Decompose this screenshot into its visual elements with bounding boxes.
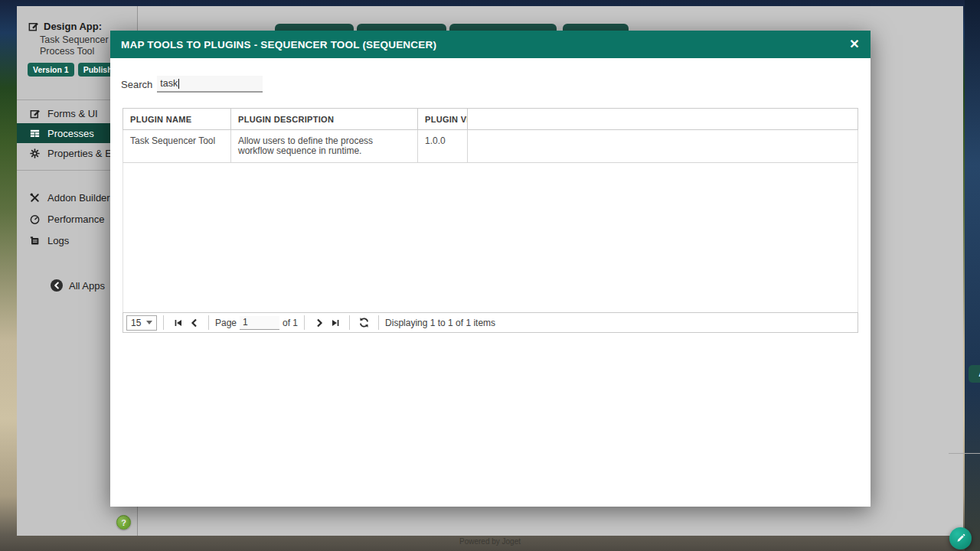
help-icon: ? — [121, 518, 126, 527]
column-header-plugin-name[interactable]: PLUGIN NAME — [123, 109, 231, 129]
last-page-button[interactable] — [328, 316, 341, 329]
separator — [163, 315, 164, 330]
column-header-plugin-version[interactable]: PLUGIN VERSION — [418, 109, 468, 129]
column-header-empty — [468, 109, 858, 129]
help-button[interactable]: ? — [116, 515, 131, 530]
content-divider — [949, 453, 980, 454]
cell-empty — [468, 130, 858, 162]
sidebar-item-label: Logs — [47, 235, 69, 246]
search-value: task — [160, 78, 178, 89]
design-app-label: Design App: — [44, 21, 102, 32]
previous-page-button[interactable] — [188, 316, 201, 329]
first-page-button[interactable] — [172, 316, 185, 329]
dialog-title: MAP TOOLS TO PLUGINS - SEQUENCER TOOL (S… — [110, 39, 436, 51]
search-input[interactable]: task — [157, 76, 263, 93]
cell-plugin-name: Task Sequencer Tool — [123, 130, 231, 162]
table-row[interactable]: Task Sequencer Tool Allow users to defin… — [122, 130, 858, 163]
page-size-select[interactable]: 15 — [126, 315, 157, 331]
gauge-icon — [29, 214, 41, 225]
text-caret — [178, 79, 179, 89]
previous-page-icon — [190, 318, 199, 328]
chevron-down-icon — [146, 321, 152, 324]
app-name: Task Sequencer Process Tool — [40, 34, 112, 57]
pagination-summary: Displaying 1 to 1 of 1 items — [385, 318, 495, 328]
first-page-icon — [174, 318, 183, 328]
table-header-row: PLUGIN NAME PLUGIN DESCRIPTION PLUGIN VE… — [122, 108, 858, 130]
arrow-left-circle-icon — [50, 279, 64, 292]
refresh-icon — [358, 317, 370, 328]
all-apps-label: All Apps — [69, 280, 105, 292]
page-of-label: of 1 — [283, 318, 298, 328]
separator — [349, 315, 350, 330]
refresh-button[interactable] — [358, 316, 371, 329]
cell-plugin-description: Allow users to define the process workfl… — [231, 130, 418, 162]
version-badge: Version 1 — [28, 63, 74, 77]
next-page-button[interactable] — [312, 316, 325, 329]
next-page-icon — [315, 318, 324, 328]
design-app-title: Design App: — [28, 21, 102, 32]
grid-icon — [29, 128, 41, 139]
dialog-close-button[interactable]: ✕ — [844, 34, 864, 54]
pagination-bar: 15 Page 1 of 1 — [122, 312, 858, 333]
separator — [208, 315, 209, 330]
page-number-input[interactable]: 1 — [240, 316, 279, 330]
table-empty-area — [122, 163, 858, 312]
sidebar-item-label: Processes — [47, 128, 94, 139]
edit-icon — [29, 108, 41, 119]
dialog-header: MAP TOOLS TO PLUGINS - SEQUENCER TOOL (S… — [110, 31, 871, 58]
sidebar-item-label: Forms & UI — [47, 108, 98, 119]
last-page-icon — [331, 318, 340, 328]
search-label: Search — [121, 79, 152, 90]
separator — [304, 315, 305, 330]
add-edit-plugin-button[interactable]: Add/Edit Plugin — [969, 365, 980, 383]
page-number-value: 1 — [243, 317, 248, 328]
column-header-plugin-description[interactable]: PLUGIN DESCRIPTION — [231, 109, 418, 129]
page-size-value: 15 — [131, 318, 146, 328]
logs-icon — [29, 235, 41, 246]
sidebar-item-label: Performance — [47, 214, 104, 225]
gear-icon — [29, 148, 41, 159]
cell-plugin-version: 1.0.0 — [418, 130, 468, 162]
plugin-table: PLUGIN NAME PLUGIN DESCRIPTION PLUGIN VE… — [122, 108, 858, 333]
search-row: Search task — [121, 76, 263, 93]
map-tools-dialog: MAP TOOLS TO PLUGINS - SEQUENCER TOOL (S… — [110, 31, 871, 507]
close-icon: ✕ — [849, 37, 859, 51]
separator — [378, 315, 379, 330]
desktop-background: Design App: Task Sequencer Process Tool … — [0, 0, 980, 551]
sidebar-item-label: Addon Builders — [47, 192, 115, 204]
edit-icon — [28, 21, 39, 32]
page-label: Page — [215, 318, 237, 328]
desktop-edge — [965, 0, 980, 551]
tools-icon — [29, 192, 41, 204]
powered-by-label: Powered by Joget — [0, 537, 980, 546]
